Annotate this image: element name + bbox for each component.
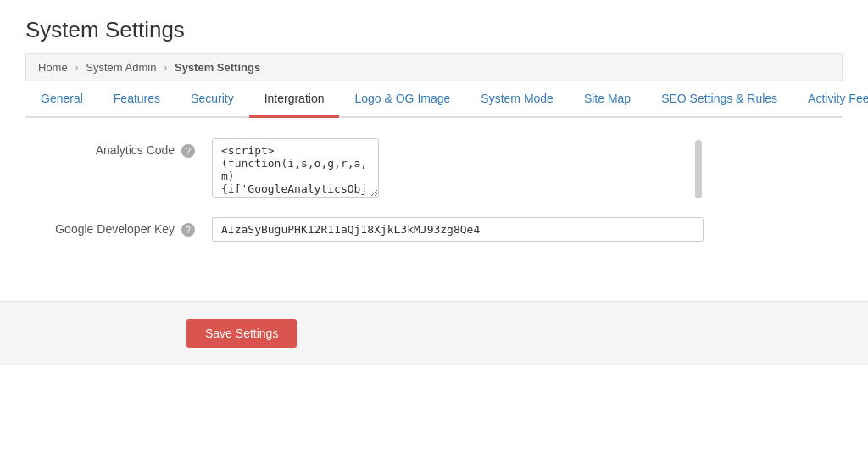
content-area: Analytics Code ? Google Developer Key ? [25, 118, 843, 242]
tab-security[interactable]: Security [175, 81, 249, 118]
breadcrumb-home[interactable]: Home [38, 61, 68, 74]
breadcrumb-separator-1: › [75, 61, 78, 74]
tab-site-map[interactable]: Site Map [569, 81, 646, 118]
analytics-code-help-icon[interactable]: ? [181, 144, 195, 158]
google-key-label: Google Developer Key ? [25, 217, 212, 237]
google-key-group: Google Developer Key ? [25, 217, 843, 242]
footer-bar: Save Settings [0, 301, 868, 365]
save-settings-button[interactable]: Save Settings [186, 319, 297, 348]
analytics-code-input[interactable] [212, 138, 379, 198]
google-key-help-icon[interactable]: ? [181, 223, 195, 237]
tab-seo-settings[interactable]: SEO Settings & Rules [646, 81, 793, 118]
breadcrumb: Home › System Admin › System Settings [25, 53, 843, 81]
tab-integration[interactable]: Intergration [249, 81, 340, 118]
tab-features[interactable]: Features [98, 81, 175, 118]
tab-system-mode[interactable]: System Mode [465, 81, 569, 118]
google-key-input[interactable] [212, 217, 704, 242]
page-title: System Settings [25, 17, 843, 43]
tab-logo-og[interactable]: Logo & OG Image [339, 81, 465, 118]
tab-general[interactable]: General [25, 81, 98, 118]
breadcrumb-admin[interactable]: System Admin [86, 61, 156, 74]
tab-activity-feed[interactable]: Activity Feed Settings [793, 81, 868, 118]
breadcrumb-current: System Settings [175, 61, 260, 74]
tabs-bar: General Features Security Intergration L… [25, 81, 843, 118]
analytics-code-group: Analytics Code ? [25, 138, 843, 200]
breadcrumb-separator-2: › [164, 61, 167, 74]
analytics-code-label: Analytics Code ? [25, 138, 212, 158]
